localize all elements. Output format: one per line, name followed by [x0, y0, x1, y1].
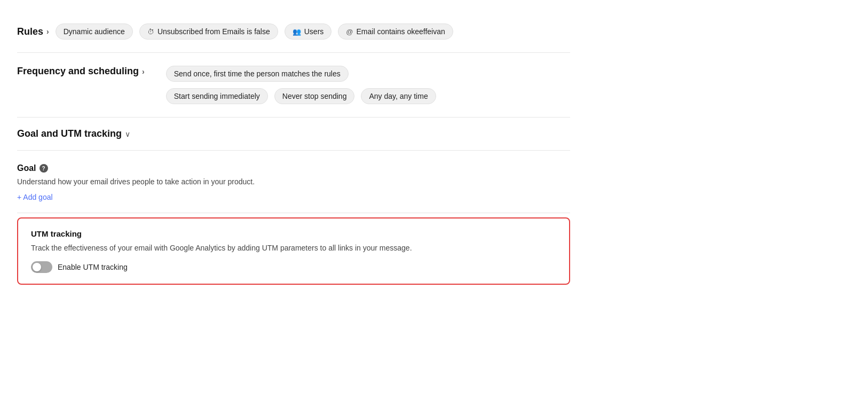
- pill-dynamic-audience[interactable]: Dynamic audience: [56, 24, 133, 40]
- add-goal-link[interactable]: + Add goal: [17, 193, 53, 201]
- utm-description: Track the effectiveness of your email wi…: [31, 243, 556, 254]
- frequency-row-2: Start sending immediately Never stop sen…: [166, 88, 436, 104]
- goal-utm-title: Goal and UTM tracking: [17, 128, 122, 139]
- frequency-tags: Send once, first time the person matches…: [166, 66, 436, 104]
- goal-help-icon[interactable]: ?: [40, 164, 48, 173]
- pill-email[interactable]: @ Email contains okeeffeivan: [338, 24, 453, 40]
- utm-toggle[interactable]: [31, 261, 52, 273]
- pill-unsubscribed[interactable]: ⏱ Unsubscribed from Emails is false: [139, 24, 278, 40]
- frequency-title[interactable]: Frequency and scheduling ›: [17, 66, 145, 77]
- pill-send-once-label: Send once, first time the person matches…: [174, 69, 341, 78]
- goal-description: Understand how your email drives people …: [17, 177, 570, 186]
- utm-toggle-label: Enable UTM tracking: [58, 263, 128, 271]
- users-icon: 👥: [293, 28, 301, 36]
- pill-users[interactable]: 👥 Users: [285, 24, 332, 40]
- utm-toggle-row: Enable UTM tracking: [31, 261, 556, 273]
- goal-divider: [17, 213, 570, 213]
- pill-any-day[interactable]: Any day, any time: [361, 88, 436, 104]
- pill-never-stop[interactable]: Never stop sending: [274, 88, 355, 104]
- frequency-chevron: ›: [142, 67, 145, 76]
- goal-utm-section: Goal and UTM tracking ∨ Goal ? Understan…: [17, 118, 570, 285]
- clock-icon: ⏱: [147, 28, 154, 36]
- toggle-thumb: [33, 263, 41, 271]
- utm-title: UTM tracking: [31, 229, 556, 238]
- goal-utm-label: Goal and UTM tracking: [17, 128, 122, 139]
- goal-utm-chevron: ∨: [125, 130, 130, 138]
- pill-dynamic-audience-label: Dynamic audience: [64, 27, 125, 36]
- rules-chevron: ›: [46, 27, 49, 36]
- frequency-row-1: Send once, first time the person matches…: [166, 66, 436, 82]
- rules-title[interactable]: Rules ›: [17, 26, 49, 37]
- goal-utm-header[interactable]: Goal and UTM tracking ∨: [17, 128, 570, 150]
- pill-email-label: Email contains okeeffeivan: [357, 27, 445, 36]
- frequency-label: Frequency and scheduling: [17, 66, 139, 77]
- goal-title-label: Goal: [17, 163, 36, 173]
- pill-never-stop-label: Never stop sending: [282, 92, 347, 100]
- goal-subsection: Goal ? Understand how your email drives …: [17, 151, 570, 213]
- pill-start-sending[interactable]: Start sending immediately: [166, 88, 268, 104]
- at-icon: @: [346, 28, 353, 36]
- pill-any-day-label: Any day, any time: [369, 92, 428, 100]
- pill-send-once[interactable]: Send once, first time the person matches…: [166, 66, 349, 82]
- rules-label: Rules: [17, 26, 43, 37]
- pill-users-label: Users: [304, 27, 324, 36]
- frequency-section: Frequency and scheduling › Send once, fi…: [17, 53, 570, 117]
- rules-section: Rules › Dynamic audience ⏱ Unsubscribed …: [17, 13, 570, 52]
- goal-title-row: Goal ?: [17, 163, 570, 173]
- pill-unsubscribed-label: Unsubscribed from Emails is false: [157, 27, 270, 36]
- pill-start-sending-label: Start sending immediately: [174, 92, 260, 100]
- utm-tracking-box: UTM tracking Track the effectiveness of …: [17, 217, 570, 285]
